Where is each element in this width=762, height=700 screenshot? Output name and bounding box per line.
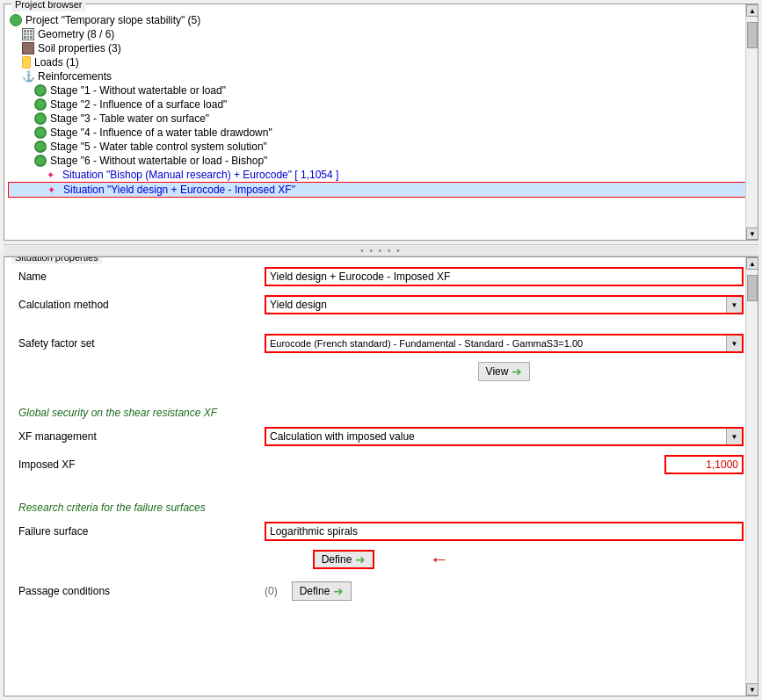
define-btn-row: Define ➜ ← [18, 549, 744, 570]
safety-factor-control: Eurocode (French standard) - Fundamental… [265, 334, 744, 353]
safety-factor-select[interactable]: Eurocode (French standard) - Fundamental… [265, 334, 744, 353]
tree-container: Project "Temporary slope stability" (5) … [4, 4, 758, 240]
stage-icon [34, 84, 47, 97]
safety-factor-value: Eurocode (French standard) - Fundamental… [266, 334, 726, 353]
tree-label: Stage "6 - Without watertable or load - … [50, 155, 267, 167]
situation-panel-scrollbar[interactable]: ▲ ▼ [745, 257, 758, 696]
tree-label: Situation "Yield design + Eurocode - Imp… [63, 184, 295, 196]
form-section-main: Name document.querySelector('[data-name=… [4, 257, 758, 614]
stage-icon [34, 112, 47, 125]
situation-icon: ✦ [47, 169, 61, 181]
safety-factor-label: Safety factor set [18, 337, 265, 350]
spacer-3 [18, 482, 744, 491]
view-btn-row: View ➜ [18, 361, 744, 382]
imposed-xf-value: 1,1000 [664, 455, 744, 474]
passage-label: Passage conditions [18, 585, 265, 597]
tree-label: Stage "3 - Table water on surface" [50, 112, 209, 125]
tree-item-loads[interactable]: Loads (1) [8, 55, 754, 69]
calc-method-control: Yield design ▼ [265, 295, 744, 314]
calc-method-row: Calculation method Yield design ▼ [18, 294, 744, 315]
passage-row: Passage conditions (0) Define ➜ [18, 581, 744, 602]
safety-factor-row: Safety factor set Eurocode (French stand… [18, 333, 744, 354]
name-label: Name [18, 271, 265, 283]
tree-item-soil[interactable]: Soil properties (3) [8, 41, 754, 55]
imposed-xf-control: 1,1000 [265, 455, 744, 474]
tree-item-stage4[interactable]: Stage "4 - Influence of a water table dr… [8, 126, 754, 140]
tree-item-project-root[interactable]: Project "Temporary slope stability" (5) [8, 13, 754, 27]
stage-icon [34, 155, 47, 167]
failure-surface-text: Logarithmic spirals [270, 525, 358, 538]
define-button[interactable]: Define ➜ [313, 550, 375, 569]
define-btn-wrapper: Define ➜ ← [265, 550, 744, 569]
divider-dots: • • • • • [360, 246, 402, 256]
sit-scroll-down[interactable]: ▼ [746, 683, 758, 696]
calc-method-label: Calculation method [18, 299, 265, 311]
project-icon [10, 14, 22, 26]
tree-item-stage1[interactable]: Stage "1 - Without watertable or load" [8, 83, 754, 97]
passage-control: (0) Define ➜ [265, 581, 744, 601]
stage-icon [34, 141, 47, 153]
situation-icon: ✦ [47, 184, 62, 196]
define-btn-label: Define [322, 553, 352, 566]
failure-surface-label: Failure surface [18, 525, 265, 538]
imposed-xf-row: Imposed XF 1,1000 [18, 454, 744, 475]
tree-item-stage6[interactable]: Stage "6 - Without watertable or load - … [8, 154, 754, 168]
spacer-2 [18, 389, 744, 396]
tree-label: Stage "4 - Influence of a water table dr… [50, 126, 272, 139]
tree-label: Geometry (8 / 6) [38, 28, 114, 40]
view-btn-wrapper: View ➜ [265, 362, 744, 381]
tree-item-situation-yield[interactable]: ✦ Situation "Yield design + Eurocode - I… [8, 182, 754, 198]
tree-label: Reinforcements [38, 70, 112, 83]
imposed-xf-label: Imposed XF [18, 458, 265, 471]
tree-item-geometry[interactable]: Geometry (8 / 6) [8, 27, 754, 41]
name-input[interactable] [265, 267, 744, 286]
xf-management-dropdown-arrow[interactable]: ▼ [726, 429, 742, 444]
passage-zero-value: (0) [265, 585, 278, 597]
scroll-thumb[interactable] [747, 22, 758, 48]
sit-scroll-thumb[interactable] [747, 275, 758, 301]
panel-divider[interactable]: • • • • • [4, 244, 758, 256]
spacer-1 [18, 322, 744, 333]
scroll-down-btn[interactable]: ▼ [746, 227, 758, 240]
research-section-heading: Research criteria for the failure surfac… [18, 502, 744, 514]
tree-item-situation-bishop[interactable]: ✦ Situation "Bishop (Manual research) + … [8, 168, 754, 182]
failure-surface-value: Logarithmic spirals [265, 522, 744, 541]
tree-item-stage2[interactable]: Stage "2 - Influence of a surface load" [8, 97, 754, 112]
tree-item-stage5[interactable]: Stage "5 - Water table control system so… [8, 140, 754, 154]
tree-item-reinforcements[interactable]: ⚓ Reinforcements [8, 69, 754, 83]
lock-icon [22, 56, 31, 69]
tree-scrollbar[interactable]: ▲ ▼ [745, 4, 758, 240]
name-control: document.querySelector('[data-name="name… [265, 267, 744, 286]
calc-method-dropdown-arrow[interactable]: ▼ [726, 297, 742, 313]
soil-icon [22, 42, 34, 54]
tree-label: Soil properties (3) [38, 42, 121, 54]
xf-management-control: Calculation with imposed value ▼ [265, 427, 744, 446]
tree-label: Loads (1) [34, 56, 79, 69]
sit-scroll-up[interactable]: ▲ [746, 257, 758, 270]
project-browser-panel: Project browser Project "Temporary slope… [4, 4, 758, 241]
xf-management-row: XF management Calculation with imposed v… [18, 426, 744, 447]
safety-factor-dropdown-arrow[interactable]: ▼ [726, 336, 742, 351]
xf-management-value: Calculation with imposed value [266, 427, 726, 446]
tree-label: Stage "5 - Water table control system so… [50, 141, 267, 153]
view-button[interactable]: View ➜ [478, 362, 531, 381]
view-arrow-icon: ➜ [512, 364, 522, 379]
calc-method-select[interactable]: Yield design ▼ [265, 295, 744, 314]
tree-label: Stage "1 - Without watertable or load" [50, 84, 226, 97]
xf-management-select[interactable]: Calculation with imposed value ▼ [265, 427, 744, 446]
arrow-indicator: ← [430, 550, 449, 569]
tree-label: Stage "2 - Influence of a surface load" [50, 98, 227, 111]
stage-icon [34, 126, 47, 139]
stage-icon [34, 98, 47, 111]
imposed-xf-number: 1,1000 [706, 458, 738, 471]
failure-surface-row: Failure surface Logarithmic spirals [18, 521, 744, 542]
define2-button[interactable]: Define ➜ [292, 581, 352, 601]
tree-item-stage3[interactable]: Stage "3 - Table water on surface" [8, 112, 754, 126]
project-browser-title: Project browser [11, 0, 85, 11]
calc-method-value: Yield design [266, 295, 726, 314]
xf-management-label: XF management [18, 430, 265, 443]
geometry-icon [22, 28, 34, 40]
situation-panel-title: Situation properties [11, 256, 102, 264]
name-row: Name document.querySelector('[data-name=… [18, 266, 744, 287]
scroll-up-btn[interactable]: ▲ [746, 4, 758, 17]
